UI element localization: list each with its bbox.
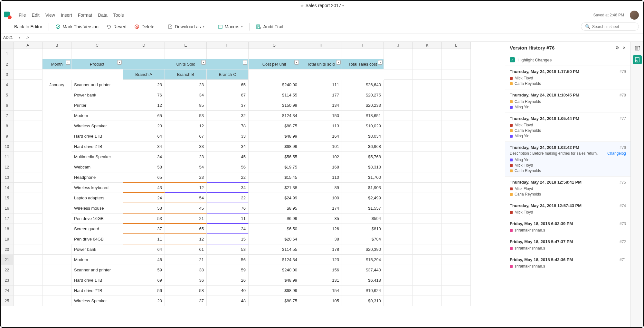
cell-product[interactable]: Hard drive 2TB	[71, 286, 123, 296]
cell[interactable]	[14, 214, 43, 224]
cell[interactable]	[442, 141, 471, 152]
cell[interactable]	[342, 49, 384, 59]
cell[interactable]	[413, 275, 442, 286]
formula-input[interactable]	[33, 33, 643, 41]
cell-product[interactable]: Pen drive 64GB	[71, 234, 123, 244]
row-header[interactable]: 14	[1, 183, 14, 193]
cell-cost[interactable]: $88.75	[249, 121, 300, 131]
column-header[interactable]: H	[300, 42, 342, 49]
cell-total-sales[interactable]: $594	[342, 214, 384, 224]
star-icon[interactable]: ★	[300, 3, 304, 8]
cell-total-sales[interactable]: $6,968	[342, 141, 384, 152]
column-header[interactable]: I	[342, 42, 384, 49]
cell-branch-b[interactable]: 12	[165, 234, 207, 244]
cell[interactable]	[442, 214, 471, 224]
cell-branch-b[interactable]: 65	[165, 224, 207, 234]
cell[interactable]	[384, 296, 413, 306]
cell[interactable]	[384, 49, 413, 59]
cell-branch-a[interactable]: 56	[123, 286, 165, 296]
cell-branch-b[interactable]: 21	[165, 214, 207, 224]
filter-icon[interactable]: ▾	[66, 60, 70, 65]
changelog-link[interactable]: Changelog	[607, 151, 626, 156]
row-header[interactable]: 17	[1, 214, 14, 224]
cell-branch-c[interactable]: 37	[207, 100, 249, 111]
cell[interactable]	[442, 131, 471, 141]
cell[interactable]	[442, 224, 471, 234]
cell[interactable]	[384, 183, 413, 193]
cell[interactable]	[14, 141, 43, 152]
cell-branch-c[interactable]: 11	[207, 214, 249, 224]
cell-total-sales[interactable]: $20,390	[342, 244, 384, 255]
cell-cost[interactable]: $21.38	[249, 183, 300, 193]
cell-cost[interactable]: $114.55	[249, 244, 300, 255]
cell[interactable]	[442, 286, 471, 296]
cell[interactable]	[413, 152, 442, 162]
cell-branch-b[interactable]: 85	[165, 100, 207, 111]
cell[interactable]	[413, 172, 442, 183]
cell[interactable]	[384, 255, 413, 265]
cell[interactable]	[384, 275, 413, 286]
cell-product[interactable]: Webcam	[71, 162, 123, 172]
column-header[interactable]: E	[165, 42, 207, 49]
cell[interactable]	[442, 296, 471, 306]
cell-total-units[interactable]: 38	[300, 234, 342, 244]
menu-file[interactable]: File	[19, 13, 26, 18]
cell-branch-c[interactable]: 56	[207, 255, 249, 265]
version-item[interactable]: Friday, May 18, 2018 5:47:37 PM#72sriram…	[505, 236, 630, 254]
version-item[interactable]: Thursday, May 24, 2018 12:57:43 PM#74Mic…	[505, 200, 630, 218]
search-sheet-box[interactable]: 🔍	[581, 23, 639, 31]
macros-button[interactable]: Macros ▾	[215, 23, 246, 31]
version-item[interactable]: Thursday, May 24, 2018 12:58:41 PM#75Mic…	[505, 177, 630, 200]
cell-product[interactable]: Laptop adapters	[71, 193, 123, 203]
row-header[interactable]: 18	[1, 224, 14, 234]
cell[interactable]	[14, 100, 43, 111]
cell-branch-a[interactable]: 76	[123, 90, 165, 100]
header-branch[interactable]: Branch B	[165, 69, 207, 80]
row-header[interactable]: 15	[1, 193, 14, 203]
cell[interactable]	[384, 265, 413, 275]
cell-cost[interactable]: $6.99	[249, 214, 300, 224]
cell[interactable]	[384, 244, 413, 255]
cell[interactable]	[413, 203, 442, 214]
cell[interactable]	[442, 183, 471, 193]
cell-branch-a[interactable]: 23	[123, 80, 165, 90]
cell[interactable]	[413, 183, 442, 193]
column-header[interactable]: C	[71, 42, 123, 49]
cell[interactable]	[384, 69, 413, 80]
cell[interactable]	[384, 90, 413, 100]
cell[interactable]	[413, 80, 442, 90]
filter-icon[interactable]: ▾	[294, 60, 299, 65]
cell[interactable]	[413, 100, 442, 111]
cell-product[interactable]: Pen drive 16GB	[71, 214, 123, 224]
cell[interactable]	[413, 111, 442, 121]
grid-corner[interactable]	[1, 42, 14, 49]
cell[interactable]	[413, 121, 442, 131]
cell-cost[interactable]: $88.75	[249, 296, 300, 306]
cell[interactable]	[442, 203, 471, 214]
cell-total-sales[interactable]: $8,034	[342, 131, 384, 141]
cell-branch-c[interactable]: 45	[207, 152, 249, 162]
cell[interactable]	[14, 275, 43, 286]
cell-branch-a[interactable]: 59	[123, 265, 165, 275]
row-header[interactable]: 10	[1, 141, 14, 152]
cell-branch-b[interactable]: 53	[165, 111, 207, 121]
row-header[interactable]: 11	[1, 152, 14, 162]
menu-view[interactable]: View	[45, 13, 55, 18]
cell-branch-c[interactable]: 67	[207, 90, 249, 100]
version-item[interactable]: Friday, May 18, 2018 5:42:36 PM#71sriram…	[505, 254, 630, 272]
row-header[interactable]: 25	[1, 296, 14, 306]
cell[interactable]	[384, 172, 413, 183]
cell-total-units[interactable]: 102	[300, 152, 342, 162]
cell-product[interactable]: Scanner and printer	[71, 80, 123, 90]
cell-branch-b[interactable]: 23	[165, 152, 207, 162]
back-to-editor-button[interactable]: ← Back to Editor	[5, 23, 45, 31]
cell-branch-b[interactable]: 54	[165, 193, 207, 203]
cell-total-units[interactable]: 110	[300, 172, 342, 183]
cell-product[interactable]: Scanner and printer	[71, 265, 123, 275]
cell[interactable]	[384, 224, 413, 234]
column-header[interactable]: B	[43, 42, 71, 49]
cell-branch-b[interactable]: 67	[165, 131, 207, 141]
cell-total-units[interactable]: 131	[300, 275, 342, 286]
cell-total-units[interactable]: 134	[300, 100, 342, 111]
cell[interactable]	[384, 141, 413, 152]
